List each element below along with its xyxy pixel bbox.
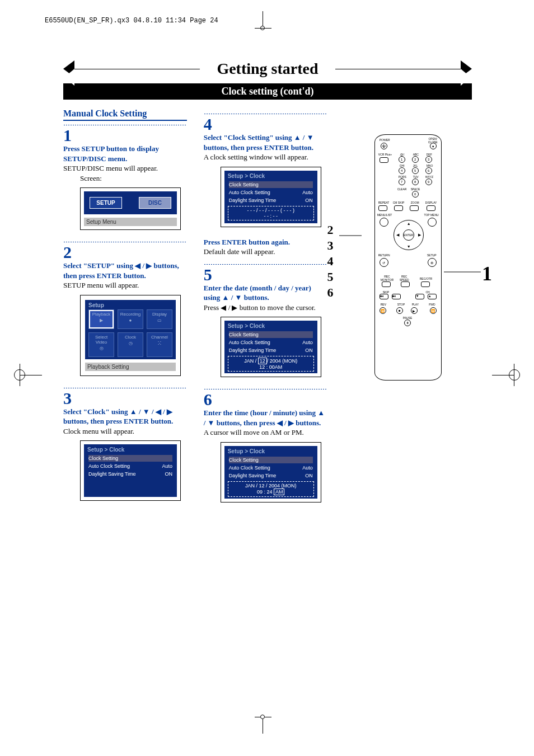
- step-6-bold: Enter the time (hour / minute) using ▲ /…: [204, 408, 327, 428]
- ch-down-button[interactable]: ▼: [415, 294, 424, 299]
- vcrplus-button[interactable]: [380, 157, 388, 163]
- step-4-screen: Setup > Clock Clock Setting Auto Clock S…: [221, 167, 321, 227]
- stop-button[interactable]: ■: [396, 307, 403, 314]
- step-4-post-body: Default date will appear.: [204, 247, 327, 257]
- sub-banner: Clock setting (cont'd): [63, 83, 472, 100]
- setup-button[interactable]: ⚙: [428, 258, 437, 267]
- key-7[interactable]: 7: [399, 179, 405, 185]
- key-2[interactable]: 2: [412, 156, 419, 163]
- fwd-button[interactable]: ⏩: [430, 307, 437, 314]
- print-header: E6550UD(EN_SP_FR).qx3 04.8.10 11:34 Page…: [45, 17, 218, 25]
- enter-button[interactable]: ENTER: [403, 229, 414, 241]
- step-3-screen: Setup > Clock Clock Setting Auto Clock S…: [80, 440, 181, 501]
- key-9[interactable]: 9: [425, 179, 432, 185]
- step-5-screen: Setup > Clock Clock Setting Auto Clock S…: [221, 317, 321, 377]
- zoom-button[interactable]: [410, 205, 419, 211]
- open-close-button[interactable]: ▲: [430, 143, 437, 149]
- disc-icon: DISC: [139, 197, 171, 209]
- menulist-button[interactable]: [380, 218, 388, 227]
- step-4-body: A clock setting window will appear.: [204, 152, 327, 162]
- return-button[interactable]: ↺: [380, 258, 388, 267]
- ch-up-button[interactable]: ▲: [428, 294, 437, 299]
- power-button[interactable]: ⏻: [381, 143, 387, 149]
- crop-mark-right: [492, 364, 526, 386]
- dpad[interactable]: ▲ ▼ ◀ ▶ ENTER: [394, 220, 424, 250]
- leader-line-1: [444, 269, 481, 275]
- step-2-body: SETUP menu will appear.: [63, 280, 187, 290]
- step-3-bold: Select "Clock" using ▲ / ▼ / ◀ / ▶ butto…: [63, 407, 187, 426]
- skip-next-button[interactable]: ⏭: [392, 294, 401, 299]
- grid-recording: Recording●: [118, 309, 143, 329]
- key-5[interactable]: 5: [412, 167, 419, 174]
- step-2-bold: Select "SETUP" using ◀ / ▶ buttons, then…: [63, 261, 187, 280]
- grid-playback: Playback▶: [88, 309, 114, 329]
- step-number-3: 3: [63, 390, 187, 407]
- step-number-5: 5: [204, 266, 327, 283]
- step-1-body: SETUP/DISC menu will appear.: [63, 163, 187, 173]
- step-1-screen-label: Setup Menu: [84, 218, 177, 226]
- step-3-screen-title: Setup > Clock: [87, 447, 174, 453]
- crop-mark-left: [8, 364, 42, 386]
- step-3-body: Clock menu will appear.: [63, 426, 187, 436]
- skip-prev-button[interactable]: ⏮: [380, 294, 388, 299]
- cmskip-button[interactable]: [394, 205, 403, 211]
- step-number-6: 6: [204, 391, 327, 408]
- callout-2: 2: [327, 223, 333, 237]
- step-5-bold: Enter the date (month / day / year) usin…: [204, 283, 327, 303]
- key-6[interactable]: 6: [425, 167, 432, 174]
- step-1-bold: Press SETUP button to display SETUP/DISC…: [63, 144, 187, 163]
- grid-select-video: Select Video◎: [88, 332, 114, 357]
- step-number-2: 2: [63, 244, 187, 261]
- crop-mark-bottom: [255, 711, 271, 734]
- leader-line-2: [339, 232, 362, 239]
- step-4-post-bold: Press ENTER button again.: [204, 237, 327, 247]
- key-1[interactable]: 1: [399, 156, 405, 163]
- recmonitor-button[interactable]: [382, 281, 391, 287]
- rev-button[interactable]: ⏪: [380, 307, 386, 314]
- section-heading: Manual Clock Setting: [63, 109, 187, 121]
- callout-6: 6: [327, 285, 333, 300]
- callout-4: 4: [327, 254, 333, 269]
- step-4-bold: Select "Clock Setting" using ▲ / ▼ butto…: [204, 133, 327, 152]
- callout-3: 3: [327, 238, 333, 253]
- banner-title: Getting started: [200, 60, 335, 78]
- topmenu-button[interactable]: [428, 218, 437, 227]
- grid-display: Display▭: [147, 309, 172, 329]
- step-5-body: Press ◀ / ▶ button to move the cursor.: [204, 303, 327, 313]
- step-2-screen-label: Playback Setting: [85, 363, 176, 371]
- play-button[interactable]: ▶: [411, 307, 418, 314]
- step-2-screen-title: Setup: [88, 302, 172, 308]
- setup-icon: SETUP: [90, 197, 122, 209]
- grid-channel: Channelⵘ: [147, 332, 172, 357]
- display-button[interactable]: [427, 205, 435, 211]
- row-clock-setting: Clock Setting: [88, 455, 172, 462]
- step-6-screen: Setup > Clock Clock Setting Auto Clock S…: [221, 442, 321, 503]
- key-8[interactable]: 8: [412, 179, 419, 185]
- key-4[interactable]: 4: [399, 167, 405, 174]
- repeat-button[interactable]: [378, 205, 387, 211]
- step-1-indent: Screen:: [63, 173, 187, 184]
- key-3[interactable]: 3: [425, 156, 432, 163]
- key-0[interactable]: 0: [412, 191, 419, 198]
- recspeed-button[interactable]: [401, 281, 410, 287]
- step-2-screen: Setup Playback▶ Recording● Display▭ Sele…: [80, 295, 181, 376]
- banner: Getting started: [63, 58, 472, 80]
- step-1-screen: SETUP DISC Setup Menu: [80, 187, 181, 230]
- pause-button[interactable]: ⏸: [404, 320, 411, 326]
- step-number-1: 1: [63, 127, 187, 144]
- recotr-button[interactable]: [421, 281, 430, 287]
- step-6-body: A cursor will move on AM or PM.: [204, 428, 327, 438]
- callout-1: 1: [482, 262, 492, 285]
- remote-control: POWER ⏻ OPEN/ CLOSE ▲ VCR Plus+ .@/: 1 A…: [374, 134, 442, 381]
- crop-mark-top: [255, 11, 271, 28]
- callout-5: 5: [327, 270, 333, 284]
- grid-clock: Clock◷: [118, 332, 143, 357]
- step-number-4: 4: [204, 116, 327, 133]
